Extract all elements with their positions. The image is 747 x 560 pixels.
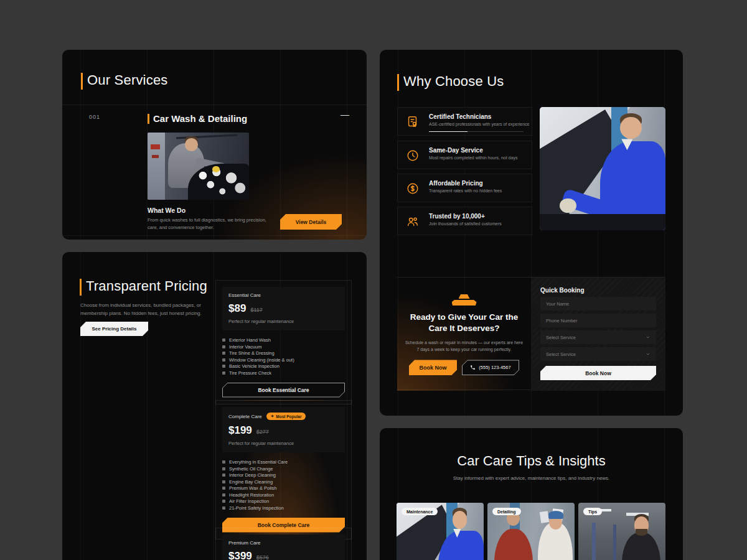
bullet-icon — [222, 474, 225, 477]
feature-card-trusted: Trusted by 10,000+ Join thousands of sat… — [397, 207, 532, 235]
collapse-icon[interactable]: — — [341, 110, 349, 119]
category-badge: Detailing — [492, 508, 521, 515]
booking-title: Quick Booking — [540, 287, 656, 294]
booking-submit-button[interactable]: Book Now — [540, 366, 656, 380]
bullet-icon — [222, 493, 225, 497]
plan-feature: Interior Deep Cleaning — [222, 473, 345, 477]
see-pricing-details-button[interactable]: See Pricing Details — [80, 322, 148, 336]
cta-text: Schedule a wash or repair in minutes — o… — [405, 339, 524, 353]
car-wash-photo — [148, 133, 249, 200]
accent-bar — [148, 114, 149, 124]
phone-label: (555) 123-4567 — [479, 365, 510, 370]
bullet-icon — [222, 338, 225, 342]
service-select-2[interactable]: Select Service — [540, 347, 656, 361]
plan-old-price: $277 — [256, 429, 269, 435]
active-indicator — [429, 131, 524, 132]
plan-feature: Window Cleaning (inside & out) — [222, 358, 345, 362]
plan-card-essential: Essential Care $89 $117 Perfect for regu… — [215, 280, 352, 404]
cta-section: Ready to Give Your Car the Care It Deser… — [397, 277, 665, 390]
book-now-button[interactable]: Book Now — [409, 360, 457, 375]
feature-desc: Most repairs completed within hours, not… — [429, 156, 517, 160]
plan-card-premium: Premium Care $399 $576 Perfect for regul… — [215, 528, 352, 560]
chevron-down-icon — [646, 352, 651, 357]
plan-price: $199 — [228, 424, 252, 437]
feature-card-pricing: Affordable Pricing Transparent rates wit… — [397, 174, 532, 202]
feature-title: Affordable Pricing — [429, 180, 483, 187]
plan-old-price: $576 — [256, 554, 269, 560]
plan-feature: Synthetic Oil Change — [222, 467, 345, 471]
plan-old-price: $117 — [250, 307, 262, 313]
bullet-icon — [222, 500, 225, 503]
service-select[interactable]: Select Service — [540, 330, 656, 344]
bullet-icon — [222, 487, 225, 490]
quick-booking-panel: Quick Booking Select Service Select Serv… — [531, 278, 665, 391]
pricing-subtitle: Choose from individual services, bundled… — [80, 302, 214, 318]
plan-feature: Basic Vehicle Inspection — [222, 364, 345, 368]
tips-subtitle: Stay informed with expert advice, mainte… — [380, 475, 683, 481]
accent-bar — [80, 279, 82, 296]
tips-section: Car Care Tips & Insights Stay informed w… — [380, 428, 683, 560]
bullet-icon — [222, 345, 225, 348]
plan-feature: Tire Shine & Dressing — [222, 351, 345, 355]
feature-card-same-day: Same-Day Service Most repairs completed … — [397, 141, 532, 169]
select-value: Select Service — [546, 335, 576, 340]
book-essential-button[interactable]: Book Essential Care — [222, 383, 345, 398]
services-title: Our Services — [87, 72, 168, 88]
plan-feature: Tire Pressure Check — [222, 371, 345, 375]
feature-title: Trusted by 10,000+ — [429, 213, 485, 220]
category-badge: Maintenance — [402, 508, 438, 515]
divider — [62, 235, 367, 236]
certificate-icon — [406, 115, 420, 129]
feature-card-certified: Certified Technicians ASE-certified prof… — [397, 107, 532, 136]
bullet-icon — [222, 506, 225, 510]
plan-feature: 21-Point Safety Inspection — [222, 506, 345, 510]
accent-bar — [397, 74, 399, 91]
badge-star-icon: ✦ — [271, 414, 274, 419]
pricing-section: Transparent Pricing Choose from individu… — [62, 252, 367, 560]
why-title: Why Choose Us — [403, 73, 504, 90]
cta-heading: Ready to Give Your Car the Care It Deser… — [408, 312, 520, 334]
dollar-icon — [406, 182, 420, 195]
plan-feature: Interior Vacuum — [222, 345, 345, 349]
view-details-button[interactable]: View Details — [280, 214, 342, 230]
plan-feature: Headlight Restoration — [222, 493, 345, 497]
plan-header: Complete Care ✦ Most Popular $199 $277 P… — [222, 407, 345, 452]
select-value: Select Service — [546, 352, 576, 357]
feature-title: Certified Technicians — [429, 113, 491, 120]
plan-name: Complete Care — [228, 414, 262, 419]
bullet-icon — [222, 352, 225, 355]
plan-feature: Premium Wax & Polish — [222, 486, 345, 490]
accent-bar — [81, 73, 83, 90]
plan-feature: Air Filter Inspection — [222, 499, 345, 503]
bullet-icon — [222, 358, 225, 362]
service-item-title: Car Wash & Detailing — [153, 113, 247, 124]
pricing-title: Transparent Pricing — [86, 278, 207, 294]
phone-button[interactable]: (555) 123-4567 — [462, 360, 519, 375]
plan-name: Premium Care — [228, 540, 261, 546]
cta-content: Ready to Give Your Car the Care It Deser… — [397, 278, 531, 391]
tips-title: Car Care Tips & Insights — [380, 453, 683, 469]
phone-input[interactable] — [540, 314, 656, 327]
bullet-icon — [222, 365, 225, 368]
tip-card-tips[interactable]: Tips — [578, 503, 665, 560]
name-input[interactable] — [540, 297, 656, 310]
plan-card-complete: Complete Care ✦ Most Popular $199 $277 P… — [215, 400, 352, 539]
bullet-icon — [222, 460, 225, 464]
plan-price: $89 — [228, 302, 246, 315]
plan-feature: Exterior Hand Wash — [222, 338, 345, 342]
category-badge: Tips — [583, 508, 602, 515]
mechanic-photo — [540, 107, 665, 230]
bullet-icon — [222, 480, 225, 483]
tip-card-maintenance[interactable]: Maintenance — [397, 503, 484, 560]
bullet-icon — [222, 467, 225, 470]
what-we-do-text: From quick washes to full diagnostics, w… — [148, 217, 269, 231]
car-logo-icon — [452, 294, 477, 307]
service-number: 001 — [89, 114, 100, 120]
plan-header: Essential Care $89 $117 Perfect for regu… — [222, 287, 345, 330]
feature-title: Same-Day Service — [429, 147, 483, 154]
plan-tagline: Perfect for regular maintenance — [228, 441, 339, 446]
feature-desc: Transparent rates with no hidden fees — [429, 189, 502, 193]
plan-tagline: Perfect for regular maintenance — [228, 319, 339, 324]
why-choose-us-section: Why Choose Us Certified Technicians ASE-… — [380, 50, 683, 416]
tip-card-detailing[interactable]: Detailing — [487, 503, 575, 560]
